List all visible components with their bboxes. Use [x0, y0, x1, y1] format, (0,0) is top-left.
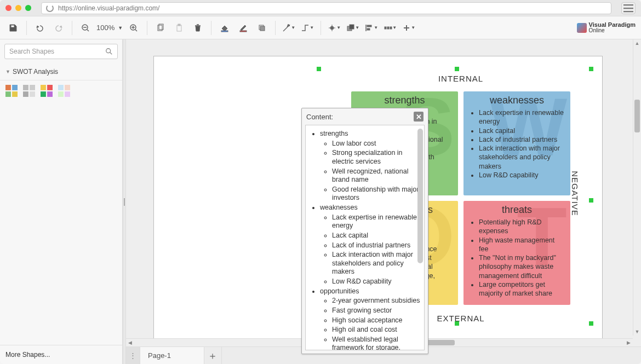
main-area: Search Shapes ▼SWOT Analysis More Shapes… — [0, 39, 641, 364]
svg-rect-31 — [47, 91, 53, 97]
waypoint-button[interactable]: ▼ — [327, 20, 342, 36]
weaknesses-title: weaknesses — [469, 95, 565, 106]
svg-rect-35 — [65, 91, 70, 97]
fill-color-button[interactable] — [217, 20, 232, 36]
selection-handle[interactable] — [455, 321, 459, 326]
list-item: The "Not in my backyard" philosophy make… — [479, 253, 565, 280]
popup-scrollbar[interactable] — [417, 129, 423, 263]
outline-item: Well recognized, national brand name — [332, 167, 421, 184]
url-bar[interactable]: https://online.visual-paradigm.com/ — [41, 2, 611, 14]
copy-button[interactable] — [153, 20, 168, 36]
zoom-level[interactable]: 100%▼ — [96, 24, 123, 32]
svg-rect-28 — [41, 85, 46, 90]
quadrant-threats[interactable]: T threats Potentially high R&D expensesH… — [463, 201, 570, 305]
url-text: https://online.visual-paradigm.com/ — [58, 4, 159, 12]
palette-swot-4color-icon[interactable] — [5, 85, 18, 97]
menu-button[interactable] — [621, 2, 636, 14]
outline-section: strengthsLow labor costStrong specializa… — [320, 130, 421, 203]
vp-logo-icon — [577, 23, 587, 33]
svg-rect-22 — [5, 91, 11, 97]
redo-button[interactable] — [51, 20, 66, 36]
svg-rect-8 — [240, 31, 247, 32]
svg-rect-23 — [12, 91, 18, 97]
outline-item: Fast growing sector — [332, 307, 421, 315]
shadow-button[interactable] — [254, 20, 270, 36]
svg-rect-5 — [177, 25, 181, 31]
tab-page-1[interactable]: Page-1 — [140, 347, 204, 364]
svg-rect-14 — [367, 25, 371, 27]
line-color-button[interactable] — [236, 20, 251, 36]
palette-swot-gray-icon[interactable] — [23, 85, 35, 97]
delete-button[interactable] — [190, 20, 205, 36]
palette-swot-pastel-icon[interactable] — [58, 85, 70, 97]
list-item: Low R&D capability — [479, 171, 565, 180]
vertical-scrollbar[interactable]: ▲▼ — [633, 39, 641, 336]
outline-item: High oil and coal cost — [332, 326, 421, 334]
close-window-icon[interactable] — [5, 5, 12, 11]
connector-straight-button[interactable]: ▼ — [281, 20, 296, 36]
selection-handle[interactable] — [455, 67, 459, 71]
list-item: Lack expertise in renewable energy — [479, 108, 565, 126]
panel-title[interactable]: ▼SWOT Analysis — [0, 63, 122, 80]
maximize-window-icon[interactable] — [25, 5, 31, 11]
panel-title-text: SWOT Analysis — [13, 68, 58, 76]
selection-handle[interactable] — [589, 67, 593, 71]
svg-rect-0 — [11, 25, 14, 27]
axis-top-label: INTERNAL — [340, 74, 581, 83]
app-window: https://online.visual-paradigm.com/ 100%… — [0, 0, 641, 364]
toolbar: 100%▼ ▼ ▼ ▼ ▼ ▼ ▼ ▼ Visual Paradigm Onli… — [0, 16, 641, 39]
reload-icon[interactable] — [46, 4, 54, 12]
more-shapes-link[interactable]: More Shapes... — [0, 345, 122, 364]
list-item: Large competitors get majority of market… — [479, 280, 565, 298]
svg-rect-7 — [221, 31, 228, 32]
outline-item: Lack of industrial partners — [332, 241, 421, 250]
connector-elbow-button[interactable]: ▼ — [300, 20, 315, 36]
svg-rect-10 — [260, 26, 265, 31]
svg-rect-13 — [350, 25, 354, 29]
canvas-wrap: INTERNAL EXTERNAL POSITIVE NEGATIVE S st… — [126, 39, 641, 364]
zoom-out-button[interactable] — [78, 20, 93, 36]
svg-point-19 — [106, 49, 111, 53]
selection-handle[interactable] — [589, 321, 593, 326]
svg-rect-32 — [58, 85, 64, 90]
add-button[interactable]: ▼ — [401, 20, 416, 36]
minimize-window-icon[interactable] — [15, 5, 21, 11]
brand-text2: Online — [589, 28, 636, 33]
content-popup[interactable]: Content: ✕ strengthsLow labor costStrong… — [301, 108, 428, 354]
zoom-in-button[interactable] — [126, 20, 141, 36]
outline-item: Lack interaction with major stakeholders… — [332, 251, 421, 276]
svg-rect-16 — [385, 27, 386, 29]
sidebar: Search Shapes ▼SWOT Analysis More Shapes… — [0, 39, 123, 364]
threats-title: threats — [469, 204, 565, 216]
outline-item: Lack capital — [332, 232, 421, 240]
paste-button[interactable] — [171, 20, 187, 36]
zoom-text: 100% — [96, 24, 115, 32]
svg-point-11 — [330, 26, 334, 30]
outline-item: Low R&D capability — [332, 278, 421, 286]
selection-handle[interactable] — [589, 198, 593, 203]
strengths-title: strengths — [357, 95, 453, 106]
undo-button[interactable] — [32, 20, 48, 36]
svg-rect-18 — [390, 27, 392, 29]
search-shapes-input[interactable]: Search Shapes — [4, 44, 118, 59]
outline-item: Good relationship with major investors — [332, 186, 421, 203]
quadrant-weaknesses[interactable]: W weaknesses Lack expertise in renewable… — [463, 91, 570, 195]
close-icon[interactable]: ✕ — [414, 112, 423, 122]
browser-titlebar: https://online.visual-paradigm.com/ — [0, 0, 641, 16]
outline-section: weaknessesLack expertise in renewable en… — [320, 204, 421, 286]
palette-swot-bright-icon[interactable] — [41, 85, 53, 97]
distribute-button[interactable]: ▼ — [382, 20, 398, 36]
add-page-button[interactable]: ＋ — [204, 347, 222, 364]
content-popup-body[interactable]: strengthsLow labor costStrong specializa… — [305, 125, 425, 350]
content-outline: strengthsLow labor costStrong specializa… — [308, 130, 421, 350]
tab-menu-button[interactable]: ⋮ — [126, 347, 140, 364]
align-button[interactable]: ▼ — [364, 20, 379, 36]
list-item: High waste management fee — [479, 236, 565, 254]
svg-rect-17 — [387, 27, 389, 29]
svg-rect-25 — [30, 85, 35, 90]
save-button[interactable] — [5, 20, 21, 36]
to-front-button[interactable]: ▼ — [345, 20, 360, 36]
threats-list: Potentially high R&D expensesHigh waste … — [469, 218, 565, 298]
window-controls — [5, 5, 31, 11]
selection-handle[interactable] — [317, 67, 321, 71]
